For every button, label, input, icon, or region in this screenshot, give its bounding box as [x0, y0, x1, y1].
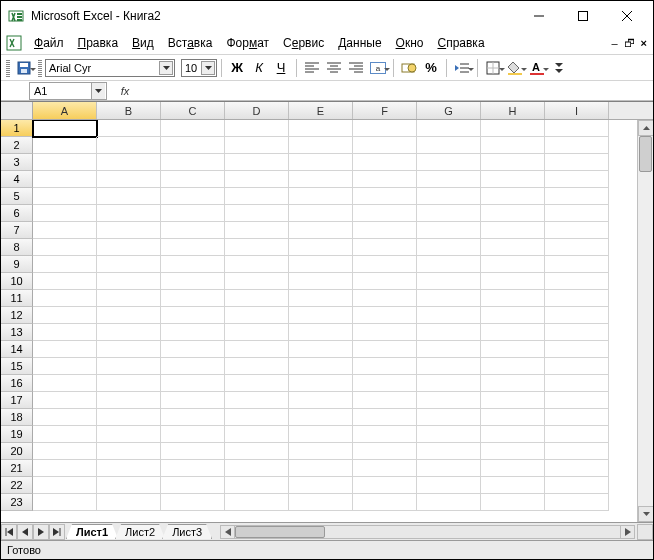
cell[interactable] [353, 222, 417, 239]
cell[interactable] [225, 375, 289, 392]
cell[interactable] [33, 375, 97, 392]
italic-button[interactable]: К [248, 57, 270, 79]
cell[interactable] [545, 120, 609, 137]
cell[interactable] [417, 188, 481, 205]
cell[interactable] [417, 341, 481, 358]
cell[interactable] [545, 137, 609, 154]
cell[interactable] [545, 188, 609, 205]
cell[interactable] [289, 375, 353, 392]
cell[interactable] [353, 392, 417, 409]
cell[interactable] [161, 307, 225, 324]
cell[interactable] [545, 256, 609, 273]
cell[interactable] [33, 324, 97, 341]
decrease-indent-button[interactable] [451, 57, 473, 79]
cell[interactable] [33, 460, 97, 477]
column-header[interactable]: A [33, 102, 97, 119]
name-box[interactable]: A1 [29, 82, 107, 100]
cell[interactable] [161, 409, 225, 426]
percent-button[interactable]: % [420, 57, 442, 79]
cell[interactable] [225, 256, 289, 273]
cell[interactable] [289, 205, 353, 222]
cell[interactable] [545, 273, 609, 290]
cell[interactable] [289, 409, 353, 426]
cell[interactable] [225, 443, 289, 460]
row-header[interactable]: 14 [1, 341, 33, 358]
cell[interactable] [417, 477, 481, 494]
cell[interactable] [161, 443, 225, 460]
toolbar-grip-icon[interactable] [38, 59, 42, 77]
cell[interactable] [33, 222, 97, 239]
column-header[interactable]: G [417, 102, 481, 119]
cell[interactable] [545, 494, 609, 511]
cell[interactable] [161, 460, 225, 477]
cell[interactable] [289, 307, 353, 324]
cell[interactable] [33, 256, 97, 273]
chevron-down-icon[interactable] [91, 83, 105, 99]
cell[interactable] [545, 477, 609, 494]
excel-doc-icon[interactable] [3, 32, 25, 54]
cell[interactable] [33, 477, 97, 494]
cell[interactable] [225, 205, 289, 222]
cell[interactable] [225, 171, 289, 188]
cell[interactable] [33, 358, 97, 375]
cell[interactable] [225, 409, 289, 426]
cell[interactable] [545, 205, 609, 222]
cell[interactable] [353, 307, 417, 324]
cell[interactable] [97, 477, 161, 494]
cell[interactable] [97, 409, 161, 426]
menu-tools[interactable]: Сервис [276, 34, 331, 52]
cell[interactable] [97, 273, 161, 290]
cell[interactable] [97, 256, 161, 273]
cell[interactable] [161, 205, 225, 222]
cell[interactable] [353, 120, 417, 137]
cell[interactable] [353, 375, 417, 392]
font-selector[interactable]: Arial Cyr [45, 59, 175, 77]
chevron-down-icon[interactable] [201, 61, 215, 75]
borders-button[interactable] [482, 57, 504, 79]
cell[interactable] [353, 171, 417, 188]
cell[interactable] [417, 426, 481, 443]
cell[interactable] [225, 494, 289, 511]
cell[interactable] [289, 188, 353, 205]
cell[interactable] [545, 171, 609, 188]
cell[interactable] [417, 120, 481, 137]
cell[interactable] [353, 409, 417, 426]
cell[interactable] [545, 392, 609, 409]
cell[interactable] [225, 290, 289, 307]
doc-minimize-button[interactable]: – [611, 37, 617, 49]
sheet-tab[interactable]: Лист2 [115, 524, 165, 539]
cell[interactable] [353, 460, 417, 477]
menu-data[interactable]: Данные [331, 34, 388, 52]
cell[interactable] [545, 358, 609, 375]
minimize-button[interactable] [517, 2, 561, 30]
cell[interactable] [33, 239, 97, 256]
cell[interactable] [97, 239, 161, 256]
cell[interactable] [161, 341, 225, 358]
cell[interactable] [225, 273, 289, 290]
cell[interactable] [417, 256, 481, 273]
row-header[interactable]: 15 [1, 358, 33, 375]
cell[interactable] [417, 307, 481, 324]
cell[interactable] [97, 375, 161, 392]
align-right-button[interactable] [345, 57, 367, 79]
cell[interactable] [545, 154, 609, 171]
row-header[interactable]: 6 [1, 205, 33, 222]
cell[interactable] [97, 392, 161, 409]
cell[interactable] [545, 460, 609, 477]
cell[interactable] [33, 273, 97, 290]
cell[interactable] [33, 443, 97, 460]
cell[interactable] [353, 443, 417, 460]
cell[interactable] [417, 409, 481, 426]
select-all-corner[interactable] [1, 102, 33, 119]
cell[interactable] [225, 222, 289, 239]
cell[interactable] [161, 426, 225, 443]
cell[interactable] [289, 460, 353, 477]
cell[interactable] [33, 307, 97, 324]
cell[interactable] [289, 494, 353, 511]
column-header[interactable]: C [161, 102, 225, 119]
cell[interactable] [161, 324, 225, 341]
font-color-button[interactable]: A [526, 57, 548, 79]
cell[interactable] [481, 443, 545, 460]
cell[interactable] [481, 256, 545, 273]
cell[interactable] [225, 120, 289, 137]
